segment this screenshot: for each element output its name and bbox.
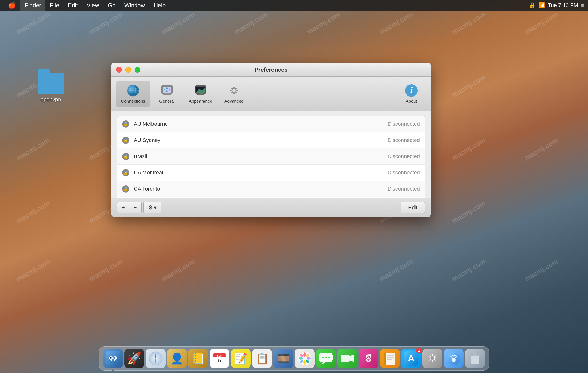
connection-status: Disconnected — [388, 121, 420, 127]
watermark: macmj.com — [451, 11, 487, 36]
tab-connections-label: Connections — [121, 99, 145, 104]
table-row[interactable]: 🔒 Denmark Disconnected — [117, 197, 425, 198]
svg-rect-61 — [366, 355, 367, 359]
tab-about-label: About — [406, 99, 417, 104]
svg-point-22 — [232, 89, 236, 92]
menu-go[interactable]: Go — [104, 0, 120, 11]
gear-dropdown-button[interactable]: ⚙ ▾ — [144, 202, 161, 213]
connection-status: Disconnected — [388, 186, 420, 192]
watermark: macmj.com — [523, 137, 559, 162]
table-row[interactable]: 🔒 Brazil Disconnected — [117, 148, 425, 165]
folder-icon — [38, 73, 64, 94]
dock-item-contacts[interactable]: 👤 — [167, 349, 187, 368]
watermark: macmj.com — [15, 11, 51, 36]
svg-rect-21 — [197, 94, 204, 95]
svg-point-49 — [303, 357, 307, 360]
dock-item-syspref[interactable] — [422, 349, 442, 368]
connection-list: 🔒 AU Melbourne Disconnected 🔒 AU Sydney … — [117, 116, 425, 198]
svg-point-12 — [169, 89, 170, 90]
preferences-toolbar: Connections — [111, 77, 431, 111]
dock-item-calendar[interactable]: SEP 5 — [210, 349, 229, 368]
tab-connections[interactable]: Connections — [116, 81, 150, 107]
table-row[interactable]: 🔒 AU Melbourne Disconnected — [117, 116, 425, 132]
dock-item-safari[interactable] — [146, 349, 166, 368]
edit-connection-button[interactable]: Edit — [401, 202, 425, 213]
svg-text:SEP: SEP — [217, 354, 222, 357]
dock-item-addressbook[interactable]: 📒 — [188, 349, 208, 368]
dock-item-itunes[interactable] — [359, 349, 378, 368]
connection-name: CA Toronto — [134, 186, 388, 192]
svg-text:A: A — [408, 353, 414, 363]
tab-appearance[interactable]: Appearance — [184, 81, 217, 107]
bottom-toolbar: + − ⚙ ▾ Edit — [111, 198, 431, 217]
watermark: macmj.com — [451, 74, 487, 99]
menubar-lock-icon: 🔒 — [529, 2, 536, 9]
connections-icon — [126, 84, 140, 97]
svg-point-51 — [322, 357, 324, 359]
watermark: macmj.com — [15, 200, 51, 225]
watermark: macmj.com — [523, 11, 559, 36]
dock-dot — [112, 369, 114, 371]
dock-item-messages[interactable] — [316, 349, 336, 368]
add-remove-button-group: + − — [117, 202, 142, 213]
menu-finder[interactable]: Finder — [20, 0, 45, 11]
svg-point-41 — [304, 352, 306, 357]
tab-general[interactable]: General — [152, 81, 181, 107]
menu-file[interactable]: File — [45, 0, 64, 11]
dock-item-notes[interactable]: 📝 — [231, 349, 251, 368]
svg-point-29 — [114, 358, 115, 358]
connection-list-container: 🔒 AU Melbourne Disconnected 🔒 AU Sydney … — [111, 111, 431, 198]
svg-rect-8 — [163, 94, 171, 95]
svg-rect-63 — [385, 353, 387, 365]
dock-item-airdrop[interactable] — [444, 349, 464, 368]
menubar-wifi-icon[interactable]: 📶 — [538, 2, 545, 9]
menu-view[interactable]: View — [82, 0, 104, 11]
table-row[interactable]: 🔒 CA Toronto Disconnected — [117, 181, 425, 197]
dock-item-reminders[interactable]: 📋 — [252, 349, 272, 368]
desktop-folder-openvpn[interactable]: openvpn — [36, 73, 65, 103]
window-title: Preferences — [254, 66, 287, 73]
window-controls — [116, 67, 140, 73]
watermark: macmj.com — [160, 258, 196, 283]
connection-name: Brazil — [134, 153, 388, 160]
dock-item-finder[interactable] — [103, 349, 123, 368]
preferences-window: Preferences — [111, 63, 431, 217]
dock-item-facetime[interactable] — [337, 349, 357, 368]
svg-rect-74 — [473, 353, 477, 355]
watermark: macmj.com — [15, 258, 51, 283]
dock-item-photos[interactable] — [295, 349, 315, 368]
dock-item-appstore[interactable]: A 1 — [401, 349, 421, 368]
tab-advanced[interactable]: Advanced — [220, 81, 249, 107]
svg-point-53 — [328, 357, 330, 359]
apple-menu[interactable]: 🍎 — [4, 0, 20, 11]
menubar-right: 🔒 📶 Tue 7:10 PM ≡ — [529, 2, 584, 9]
dock-item-trash[interactable] — [465, 349, 485, 368]
tab-about[interactable]: i About — [397, 81, 426, 107]
connection-lock-icon: 🔒 — [122, 185, 129, 193]
menu-window[interactable]: Window — [120, 0, 149, 11]
connection-lock-icon: 🔒 — [122, 153, 129, 160]
advanced-icon — [227, 84, 241, 97]
dock-item-ibooks[interactable] — [380, 349, 400, 368]
svg-rect-7 — [165, 93, 169, 94]
window-close-button[interactable] — [116, 67, 122, 73]
menu-edit[interactable]: Edit — [64, 0, 82, 11]
add-connection-button[interactable]: + — [117, 202, 129, 213]
watermark: macmj.com — [88, 11, 124, 36]
watermark: macmj.com — [378, 11, 414, 36]
dock-badge-appstore: 1 — [416, 348, 422, 353]
connection-status: Disconnected — [388, 153, 420, 160]
remove-connection-button[interactable]: − — [129, 202, 141, 213]
svg-point-71 — [452, 358, 456, 362]
menubar-notification-icon[interactable]: ≡ — [581, 2, 584, 9]
window-maximize-button[interactable] — [135, 67, 140, 73]
svg-point-44 — [306, 357, 311, 360]
dock-item-keynote[interactable]: 🎞️ — [273, 349, 293, 368]
dock-item-launchpad[interactable]: 🚀 — [124, 349, 144, 368]
window-minimize-button[interactable] — [125, 67, 131, 73]
svg-rect-65 — [387, 357, 394, 358]
table-row[interactable]: 🔒 CA Montreal Disconnected — [117, 165, 425, 181]
menu-help[interactable]: Help — [149, 0, 170, 11]
table-row[interactable]: 🔒 AU Sydney Disconnected — [117, 132, 425, 148]
connection-lock-icon: 🔒 — [122, 137, 129, 144]
